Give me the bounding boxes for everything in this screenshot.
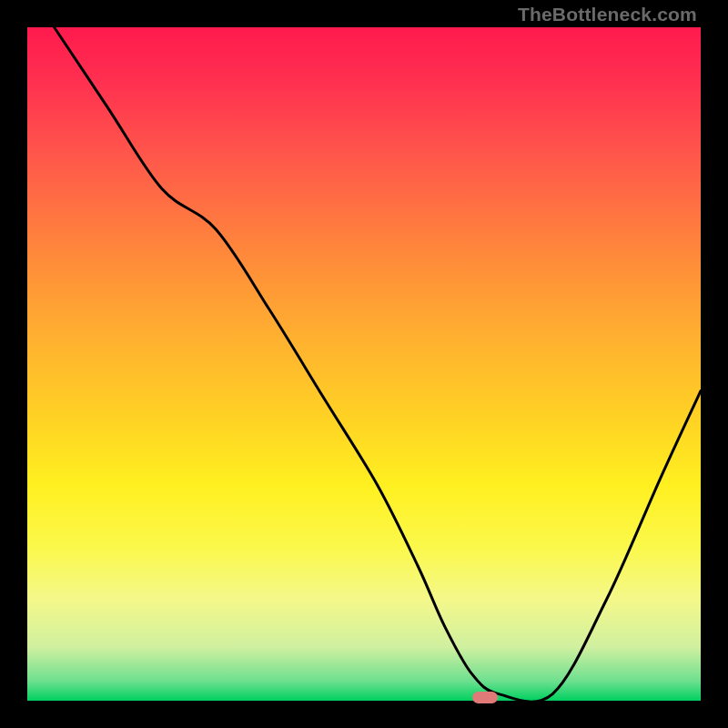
curve-path xyxy=(55,27,701,702)
optimal-marker xyxy=(472,692,498,703)
bottleneck-curve xyxy=(27,27,701,701)
chart-frame: TheBottleneck.com xyxy=(0,0,728,728)
watermark-label: TheBottleneck.com xyxy=(518,4,697,25)
plot-area xyxy=(27,27,701,701)
